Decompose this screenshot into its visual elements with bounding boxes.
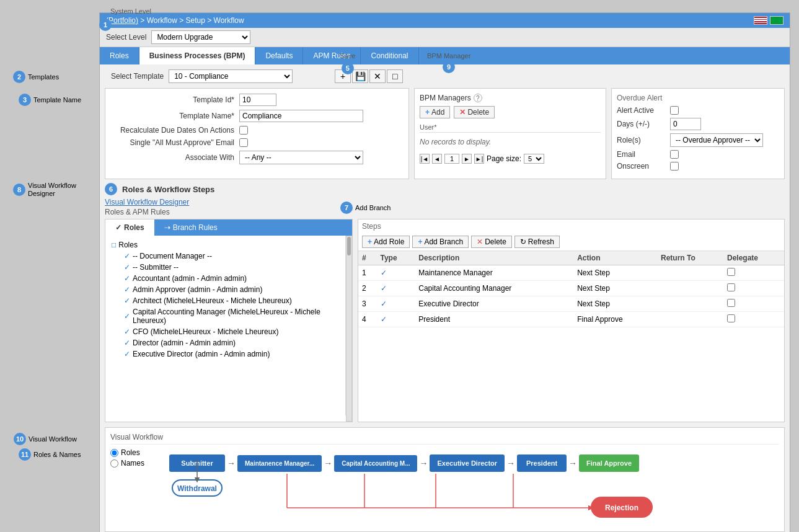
accountant-label: Accountant (admin - Admin admin): [133, 274, 247, 283]
node-exec-director: Executive Director: [430, 454, 505, 472]
roles-panel-header: ✓ Roles ⇢ Branch Rules: [105, 219, 352, 236]
plus-icon: +: [425, 108, 430, 117]
steps-table: # Type Description Action Return To Dele…: [358, 251, 784, 327]
roles-folder-label: Roles: [118, 241, 138, 249]
delete-step-btn[interactable]: ✕ Delete: [471, 236, 512, 248]
single-email-checkbox[interactable]: [239, 138, 248, 147]
tree-item-capital[interactable]: ✓ Capital Accounting Manager (MicheleLHe…: [121, 306, 342, 326]
associate-with-row: 4 Associate With Associate With -- Any -…: [110, 151, 404, 164]
visual-workflow-designer-link[interactable]: Visual Workflow Designer: [105, 198, 189, 206]
template-id-row: Template Id*: [110, 94, 404, 106]
br-flag: [770, 16, 784, 25]
arrow-3: →: [417, 458, 430, 468]
bpm-pagination: |◄ ◄ ► ►| Page size: 5: [420, 154, 601, 164]
steps-panel: Steps + Add Role + Add Branch ✕ Delete: [358, 219, 785, 422]
tab-conditional[interactable]: Conditional: [361, 47, 418, 64]
radio-roles-item[interactable]: Roles: [110, 448, 144, 457]
add-branch-btn[interactable]: + Add Branch: [412, 236, 469, 248]
check-doc: ✓: [124, 252, 130, 260]
table-row[interactable]: 2 ✓ Capital Accounting Manager Next Step: [358, 281, 784, 296]
template-select[interactable]: 10 - Compliance: [169, 69, 293, 83]
row4-desc: President: [415, 312, 573, 327]
copy-btn[interactable]: □: [387, 69, 403, 83]
template-name-input[interactable]: [239, 110, 363, 122]
page-first-btn[interactable]: |◄: [420, 154, 430, 164]
row3-num: 3: [358, 296, 377, 312]
page-size-select[interactable]: 5: [524, 154, 544, 164]
roles-tab[interactable]: ✓ Roles: [105, 219, 154, 236]
email-checkbox[interactable]: [670, 150, 679, 159]
capital-label: Capital Accounting Manager (MicheleLHeur…: [133, 308, 339, 325]
row1-num: 1: [358, 265, 377, 281]
bpm-delete-btn[interactable]: ✕ Delete: [454, 106, 495, 118]
tree-item-architect[interactable]: ✓ Architect (MicheleLHeureux - Michele L…: [121, 295, 342, 306]
refresh-btn[interactable]: ↻ Refresh: [514, 236, 560, 248]
radio-names-item[interactable]: Names: [110, 459, 144, 468]
us-flag: [754, 16, 767, 25]
page-last-btn[interactable]: ►|: [474, 154, 484, 164]
refresh-icon: ↻: [520, 237, 526, 246]
onscreen-checkbox[interactable]: [670, 162, 679, 171]
tree-item-accountant[interactable]: ✓ Accountant (admin - Admin admin): [121, 273, 342, 284]
node-maintanence: Maintanence Manager...: [237, 455, 322, 472]
branch-rules-tab[interactable]: ⇢ Branch Rules: [154, 219, 227, 236]
recalculate-row: Recalculate Due Dates On Actions: [110, 126, 404, 135]
delegate-2[interactable]: [727, 283, 735, 291]
admin-approver-label: Admin Approver (admin - Admin admin): [133, 285, 262, 294]
check-cfo: ✓: [124, 327, 130, 336]
row2-type: ✓: [377, 281, 415, 296]
submitter-label: -- Submitter --: [133, 263, 179, 272]
level-select[interactable]: Modern Upgrade: [151, 30, 250, 44]
add-role-btn[interactable]: + Add Role: [362, 236, 410, 248]
badge-9: 9: [443, 61, 455, 73]
tree-item-admin-approver[interactable]: ✓ Admin Approver (admin - Admin admin): [121, 284, 342, 295]
tree-folder-roles[interactable]: □ Roles: [109, 239, 342, 250]
col-num: #: [358, 251, 377, 265]
bpm-add-btn[interactable]: + Add: [420, 106, 450, 118]
tree-item-submitter[interactable]: ✓ -- Submitter --: [121, 262, 342, 273]
tab-roles[interactable]: Roles: [100, 47, 139, 64]
table-row[interactable]: 1 ✓ Maintanence Manager Next Step: [358, 265, 784, 281]
table-row[interactable]: 3 ✓ Executive Director Next Step: [358, 296, 784, 312]
badge-7: 7: [340, 202, 353, 214]
template-id-input[interactable]: [239, 94, 276, 106]
roles-scrollbar[interactable]: [346, 236, 352, 422]
col-description: Description: [415, 251, 573, 265]
badge-3: 3: [19, 94, 31, 106]
delegate-3[interactable]: [727, 299, 735, 307]
recalculate-checkbox[interactable]: [239, 126, 248, 135]
tree-item-doc-manager[interactable]: ✓ -- Document Manager --: [121, 250, 342, 262]
branch-icon: ⇢: [164, 223, 170, 232]
svg-text:Rejection: Rejection: [605, 503, 638, 512]
days-input[interactable]: [670, 118, 701, 130]
table-row[interactable]: 4 ✓ President Final Approve: [358, 312, 784, 327]
help-icon[interactable]: ?: [474, 94, 482, 102]
template-name-label: Template Name*: [110, 112, 234, 120]
badge-8: 8: [13, 184, 25, 196]
tab-defaults[interactable]: Defaults: [255, 47, 303, 64]
page-next-btn[interactable]: ►: [462, 154, 472, 164]
save-label: Save: [340, 52, 355, 60]
radio-names[interactable]: [110, 459, 118, 468]
tree-item-exec-director[interactable]: ✓ Executive Director (admin - Admin admi…: [121, 348, 342, 360]
check-exec: ✓: [124, 350, 130, 358]
node-president: President: [517, 454, 567, 472]
plus-role-icon: +: [368, 237, 372, 246]
page-prev-btn[interactable]: ◄: [432, 154, 442, 164]
associate-with-select[interactable]: -- Any --: [239, 151, 363, 164]
days-label: Days (+/-): [617, 120, 666, 128]
delegate-1[interactable]: [727, 268, 735, 276]
tab-bpm[interactable]: Business Processes (BPM): [139, 47, 256, 64]
alert-active-checkbox[interactable]: [670, 106, 679, 115]
template-id-label: Template Id*: [110, 95, 234, 104]
bpm-user-header: User*: [420, 122, 601, 133]
tree-item-cfo[interactable]: ✓ CFO (MicheleLHeureux - Michele Lheureu…: [121, 326, 342, 337]
tree-item-director[interactable]: ✓ Director (admin - Admin admin): [121, 337, 342, 348]
architect-label: Architect (MicheleLHeureux - Michele Lhe…: [133, 296, 292, 305]
page-input[interactable]: [444, 154, 459, 164]
delegate-4[interactable]: [727, 314, 735, 322]
cross-icon: ✕: [459, 108, 466, 117]
roles-select[interactable]: -- Overdue Approver --: [670, 133, 763, 147]
close-btn[interactable]: ✕: [369, 69, 386, 83]
radio-roles[interactable]: [110, 449, 118, 457]
